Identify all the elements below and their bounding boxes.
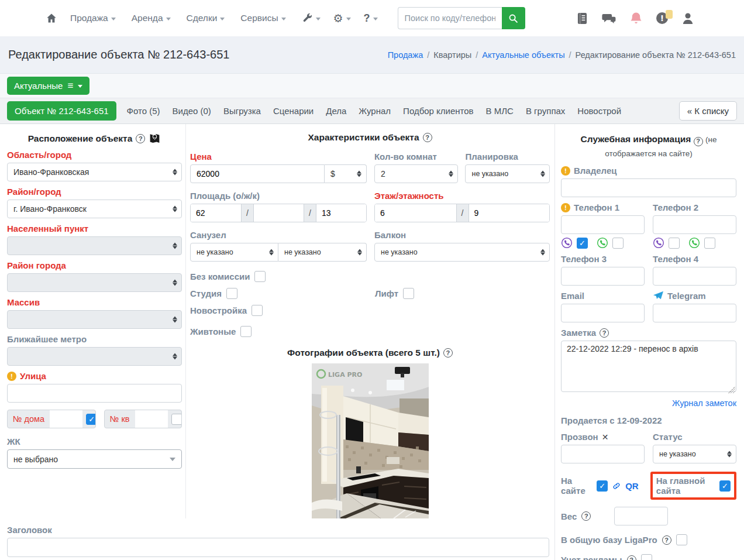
phone1-input[interactable] [561,215,645,234]
tab-newbuild[interactable]: Новострой [577,106,621,116]
apartment-input[interactable] [135,410,168,428]
area-kitchen-input[interactable] [316,204,366,222]
help-icon[interactable]: ? [443,348,453,358]
help-icon[interactable]: ? [600,328,609,338]
close-icon[interactable]: ✕ [602,432,609,442]
phone4-input[interactable] [653,267,736,286]
help-icon[interactable]: ? [136,134,145,143]
help-icon[interactable]: ? [662,535,671,545]
help-icon[interactable]: ? [627,555,636,560]
alerts-icon[interactable]: ! [656,12,669,25]
email-input[interactable] [561,304,645,322]
area-total-input[interactable] [191,204,241,222]
house-number-checkbox[interactable]: ✓ [86,414,96,425]
help-menu[interactable]: ? [364,12,378,25]
ad-accounting-label: Учет рекламы [561,555,622,560]
status-select[interactable]: не указано [653,445,736,463]
qr-link[interactable]: QR [625,481,639,491]
nav-services[interactable]: Сервисы [240,13,285,23]
district-select[interactable]: г. Ивано-Франковск [7,200,182,218]
phone2-label: Телефон 2 [653,202,736,212]
price-input[interactable] [190,164,325,183]
nav-deals[interactable]: Сделки [187,13,225,23]
phone2-whatsapp-checkbox[interactable] [704,238,715,249]
weight-input[interactable] [614,507,668,525]
link-icon[interactable] [612,481,621,491]
tab-tasks[interactable]: Дела [326,106,346,116]
tab-journal[interactable]: Журнал [359,106,391,116]
selling-since-label: Продается с 12-09-2022 [561,415,736,425]
bathroom-select-2[interactable]: не указано [278,243,367,262]
city-district-select[interactable] [7,273,182,292]
search-button[interactable] [502,7,525,29]
metro-select[interactable] [7,347,182,366]
bathroom-select-1[interactable]: не указано [190,243,278,262]
help-icon[interactable]: ? [694,137,703,146]
pets-checkbox[interactable] [240,326,252,337]
notes-journal-link[interactable]: Журнал заметок [672,398,736,408]
phone2-viber-checkbox[interactable] [669,238,680,249]
nav-rent[interactable]: Аренда [132,13,171,23]
floor-input[interactable] [375,204,456,222]
tab-photo[interactable]: Фото (5) [127,106,160,116]
object-photo[interactable]: LIGA PRO [312,363,429,518]
search-input[interactable] [398,7,502,29]
chats-icon[interactable] [601,12,616,25]
new-building-checkbox[interactable] [252,305,263,316]
region-select[interactable]: Ивано-Франковская [7,163,182,181]
breadcrumb-actual-objects[interactable]: Актуальные объекты [482,50,564,60]
floors-total-input[interactable] [469,204,550,222]
settings-menu[interactable]: ⚙ [333,13,351,24]
tab-video[interactable]: Видео (0) [173,106,211,116]
map-icon[interactable] [149,132,161,145]
status-label: Статус [653,432,736,442]
apartment-checkbox[interactable] [171,414,182,425]
nav-sales[interactable]: Продажа [70,13,116,23]
no-commission-checkbox[interactable] [254,271,266,282]
area-living-input[interactable] [254,204,304,222]
elevator-checkbox[interactable] [403,288,414,299]
street-input[interactable] [7,384,182,403]
tab-mls[interactable]: В МЛС [486,106,514,116]
owner-input[interactable] [561,178,736,197]
phone1-whatsapp-checkbox[interactable] [612,238,624,249]
studio-checkbox[interactable] [226,288,237,299]
phone1-viber-checkbox[interactable]: ✓ [577,238,588,249]
breadcrumb-sales[interactable]: Продажа [388,50,423,60]
residential-complex-select[interactable]: не выбрано [7,449,182,469]
massiv-select[interactable] [7,310,182,329]
home-icon[interactable] [46,12,57,24]
telegram-input[interactable] [653,304,736,322]
svg-text:LIGA PRO: LIGA PRO [328,371,362,379]
bell-icon[interactable] [630,12,642,25]
help-icon[interactable]: ? [423,133,432,142]
phone2-input[interactable] [653,215,736,234]
on-main-page-checkbox[interactable]: ✓ [719,480,731,492]
ad-accounting-checkbox[interactable] [641,554,652,560]
back-to-list-button[interactable]: « К списку [679,101,737,121]
tab-upload[interactable]: Выгрузка [223,106,261,116]
balcony-select[interactable]: не указано [374,243,550,262]
phone3-input[interactable] [561,267,645,286]
on-site-checkbox[interactable]: ✓ [597,480,608,492]
tab-object[interactable]: Объект № 212-643-651 [7,101,116,121]
layout-select[interactable]: не указано [465,164,550,183]
liga-pro-base-checkbox[interactable] [676,534,687,545]
rooms-select[interactable]: 2 [374,164,459,183]
tab-scenarios[interactable]: Сценарии [273,106,314,116]
wrench-menu[interactable] [302,13,321,24]
status-dropdown-button[interactable]: Актуальные ≡ [7,77,89,95]
journal-icon[interactable] [577,12,588,25]
tab-groups[interactable]: В группах [526,106,565,116]
note-textarea[interactable]: 22-12-2022 12:29 - перенос в архів [561,341,736,392]
currency-select[interactable]: $ [325,164,367,183]
call-round-input[interactable] [561,445,645,463]
settlement-select[interactable] [7,236,182,255]
service-info-section: Служебная информация ? (не отображается … [555,124,743,560]
user-icon[interactable] [682,12,694,25]
house-number-input[interactable] [50,410,82,428]
tab-client-match[interactable]: Подбор клиентов [403,106,474,116]
page-header: Редактирование объекта № 212-643-651 Про… [0,36,744,74]
title-input[interactable] [7,538,549,557]
help-icon[interactable]: ? [581,511,591,521]
